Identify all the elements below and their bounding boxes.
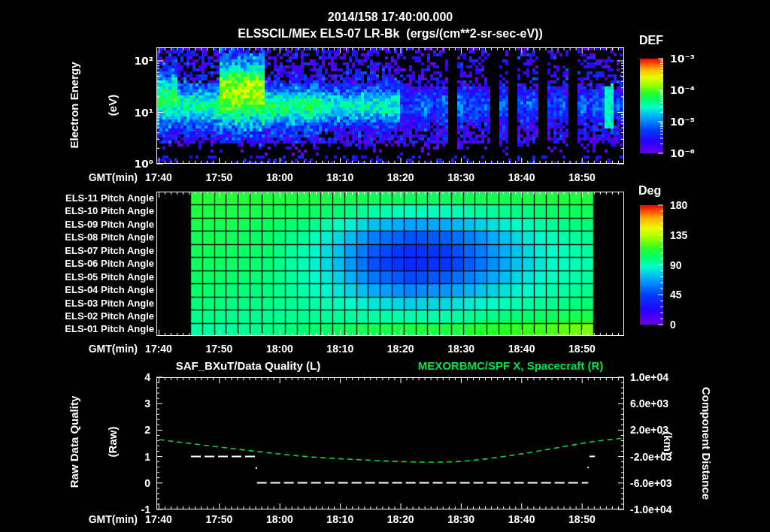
- gmt-label-middle: GMT(min): [75, 343, 138, 355]
- pitch-row-label: ELS-06 Pitch Angle: [30, 257, 154, 270]
- time-tick-label: 17:40: [141, 171, 176, 183]
- deg-colorbar-tick-labels: 18013590450: [670, 199, 708, 331]
- spectrogram-y-axis-title: Electron Energy (eV): [42, 23, 69, 188]
- time-tick-label: 18:20: [383, 513, 418, 525]
- colorbar-tick-label: 10⁻⁵: [670, 116, 715, 128]
- els-quicklook-figure: 2014/158 17:40:00.000 ELSSCIL/MEx ELS-07…: [0, 0, 770, 532]
- y-tick-label: -2.0e+03: [630, 451, 690, 463]
- colorbar-tick-label: 45: [670, 289, 708, 301]
- time-tick-label: 18:10: [323, 513, 357, 525]
- y-tick-label: 6.0e+03: [630, 397, 690, 410]
- page-title: 2014/158 17:40:00.000: [156, 11, 624, 24]
- bottom-right-axis-title: Component Distance (km): [711, 361, 738, 526]
- time-tick-label: 18:20: [383, 171, 418, 183]
- time-tick-labels-middle: 17:4017:5018:0018:1018:2018:3018:4018:50: [141, 343, 599, 355]
- time-tick-label: 18:10: [323, 171, 357, 183]
- y-tick-label: 10⁰: [120, 158, 153, 170]
- pitch-row-label: ELS-03 Pitch Angle: [30, 297, 154, 310]
- pitch-row-label: ELS-10 Pitch Angle: [30, 204, 154, 217]
- colorbar-tick-label: 180: [670, 199, 708, 211]
- pitch-row-labels: ELS-11 Pitch AngleELS-10 Pitch AngleELS-…: [30, 192, 154, 336]
- y-tick-label: 1: [120, 451, 150, 463]
- pitch-row-label: ELS-04 Pitch Angle: [30, 283, 154, 296]
- pitch-row-label: ELS-11 Pitch Angle: [30, 192, 154, 204]
- pitch-row-label: ELS-09 Pitch Angle: [30, 218, 154, 231]
- bottom-left-axis-title-line2: (Raw): [106, 359, 119, 524]
- spectrogram-y-axis-title-line2: (eV): [106, 23, 119, 188]
- time-tick-label: 18:10: [323, 343, 357, 355]
- time-tick-label: 17:50: [202, 171, 236, 183]
- time-tick-label: 18:00: [262, 343, 297, 355]
- spectrogram-y-tick-labels: 10²10¹10⁰: [120, 55, 153, 170]
- pitch-row-label: ELS-02 Pitch Angle: [30, 310, 154, 322]
- colorbar-tick-label: 10⁻⁴: [670, 84, 715, 96]
- y-tick-label: 10²: [120, 55, 153, 67]
- bottom-left-tick-labels: 43210-1: [120, 371, 150, 515]
- time-tick-label: 18:50: [565, 171, 599, 183]
- colorbar-tick-label: 0: [670, 319, 708, 331]
- time-tick-label: 18:30: [444, 343, 478, 355]
- def-colorbar-tick-labels: 10⁻³10⁻⁴10⁻⁵10⁻⁶: [670, 53, 715, 159]
- time-tick-label: 18:20: [383, 343, 418, 355]
- gmt-label-bottom: GMT(min): [75, 513, 138, 525]
- page-subtitle: ELSSCIL/MEx ELS-07 LR-Bk (ergs/(cm**2-sr…: [156, 27, 624, 41]
- time-tick-label: 18:30: [444, 171, 478, 183]
- bottom-right-axis-title-line1: Component Distance: [700, 361, 713, 526]
- pitch-row-label: ELS-05 Pitch Angle: [30, 271, 154, 283]
- time-tick-label: 17:40: [141, 343, 176, 355]
- time-tick-label: 18:50: [565, 343, 599, 355]
- time-tick-label: 17:50: [202, 513, 236, 525]
- y-tick-label: 3: [120, 397, 150, 410]
- time-tick-labels-top: 17:4017:5018:0018:1018:2018:3018:4018:50: [141, 171, 599, 183]
- y-tick-label: 2.0e+03: [630, 424, 690, 436]
- colorbar-tick-label: 10⁻⁶: [670, 147, 715, 159]
- y-tick-label: -6.0e+03: [630, 477, 690, 489]
- def-colorbar-title: DEF: [639, 34, 663, 47]
- bottom-title-left: SAF_BXuT/Data Quality (L): [158, 359, 338, 372]
- y-tick-label: -1.0e+04: [630, 503, 690, 515]
- deg-colorbar-title: Deg: [638, 184, 661, 198]
- bottom-left-axis-title: Raw Data Quality (Raw): [42, 359, 69, 524]
- colorbar-tick-label: 135: [670, 229, 708, 241]
- time-tick-label: 18:50: [565, 513, 599, 525]
- pitch-row-label: ELS-07 Pitch Angle: [30, 244, 154, 257]
- time-tick-label: 18:30: [444, 513, 478, 525]
- time-tick-label: 18:00: [262, 171, 297, 183]
- pitch-row-label: ELS-01 Pitch Angle: [30, 322, 154, 335]
- bottom-right-tick-labels: 1.0e+046.0e+032.0e+03-2.0e+03-6.0e+03-1.…: [630, 371, 690, 515]
- time-tick-label: 17:40: [141, 513, 176, 525]
- y-tick-label: 2: [120, 424, 150, 436]
- time-tick-label: 17:50: [202, 343, 236, 355]
- gmt-label-top: GMT(min): [75, 171, 138, 183]
- bottom-left-axis-title-line1: Raw Data Quality: [68, 359, 80, 524]
- y-tick-label: 10¹: [120, 107, 153, 119]
- y-tick-label: 0: [120, 477, 150, 489]
- colorbar-tick-label: 10⁻³: [670, 53, 715, 65]
- y-tick-label: 4: [120, 371, 150, 383]
- y-tick-label: 1.0e+04: [630, 371, 690, 383]
- bottom-title-right: MEXORBMC/SPF X, Spacecraft (R): [397, 359, 624, 372]
- pitch-row-label: ELS-08 Pitch Angle: [30, 231, 154, 243]
- time-tick-label: 18:40: [505, 171, 539, 183]
- colorbar-tick-label: 90: [670, 259, 708, 271]
- time-tick-labels-bottom: 17:4017:5018:0018:1018:2018:3018:4018:50: [141, 513, 599, 525]
- time-tick-label: 18:40: [505, 513, 539, 525]
- time-tick-label: 18:00: [262, 513, 297, 525]
- time-tick-label: 18:40: [505, 343, 539, 355]
- spectrogram-y-axis-title-line1: Electron Energy: [68, 23, 80, 188]
